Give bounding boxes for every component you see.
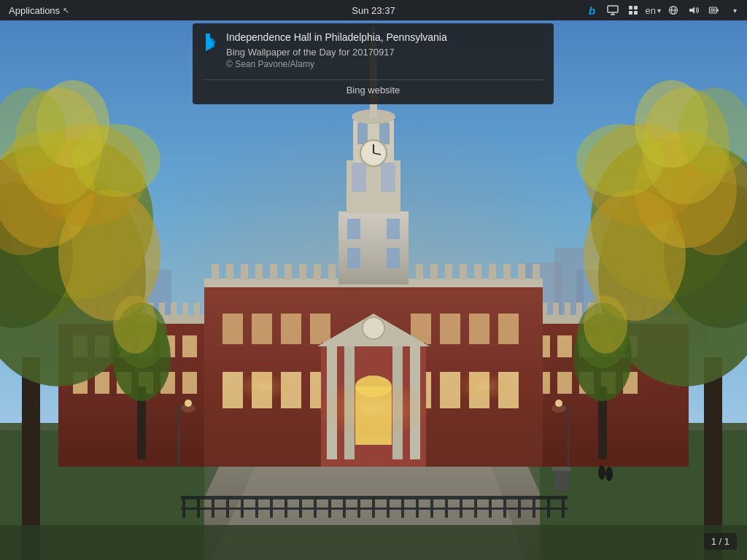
volume-svg xyxy=(688,5,700,15)
applications-menu-button[interactable]: Applications ↖ xyxy=(4,5,74,16)
power-svg xyxy=(708,5,720,15)
popup-credit: © Sean Pavone/Alamy xyxy=(226,59,543,69)
grid-icon[interactable] xyxy=(624,1,643,20)
bing-logo-svg xyxy=(203,32,219,51)
grid-svg xyxy=(628,5,638,15)
popup-header: Independence Hall in Philadelphia, Penns… xyxy=(203,31,543,69)
network-svg xyxy=(667,5,679,15)
power-icon[interactable] xyxy=(705,1,724,20)
popup-bing-logo xyxy=(203,32,219,55)
popup-title: Independence Hall in Philadelphia, Penns… xyxy=(226,31,543,45)
language-label: en xyxy=(646,5,656,16)
bing-topbar-icon[interactable]: b xyxy=(583,1,602,20)
bing-b-letter: b xyxy=(589,4,595,17)
cursor-icon: ↖ xyxy=(63,6,69,15)
topbar-datetime: Sun 23:37 xyxy=(352,5,395,16)
svg-rect-236 xyxy=(634,11,638,15)
svg-rect-235 xyxy=(629,11,632,15)
language-selector[interactable]: en ▾ xyxy=(644,0,662,20)
display-icon[interactable] xyxy=(603,1,622,20)
applications-label: Applications xyxy=(9,5,60,16)
svg-marker-240 xyxy=(689,7,694,14)
svg-rect-230 xyxy=(608,6,618,12)
svg-rect-233 xyxy=(629,6,632,9)
volume-icon[interactable] xyxy=(684,1,703,20)
svg-rect-243 xyxy=(711,9,716,12)
popup-date: Bing Wallpaper of the Day for 20170917 xyxy=(226,47,543,58)
svg-rect-242 xyxy=(717,9,719,12)
bing-website-button[interactable]: Bing website xyxy=(203,79,543,97)
bing-info-popup: Independence Hall in Philadelphia, Penns… xyxy=(193,23,554,104)
topbar-left: Applications ↖ xyxy=(0,5,74,16)
topbar: Applications ↖ Sun 23:37 b xyxy=(0,0,747,20)
topbar-right-icons: b en ▾ xyxy=(583,0,747,20)
system-menu-icon[interactable]: ▾ xyxy=(725,1,744,20)
network-icon[interactable] xyxy=(664,1,683,20)
svg-rect-234 xyxy=(634,6,638,9)
popup-text-area: Independence Hall in Philadelphia, Penns… xyxy=(226,31,543,69)
datetime-label: Sun 23:37 xyxy=(352,5,395,16)
page-counter-label: 1 / 1 xyxy=(711,536,729,547)
display-svg xyxy=(607,5,619,15)
page-counter: 1 / 1 xyxy=(704,533,737,550)
dropdown-arrow-icon: ▾ xyxy=(733,7,737,15)
chevron-down-icon: ▾ xyxy=(657,7,661,15)
